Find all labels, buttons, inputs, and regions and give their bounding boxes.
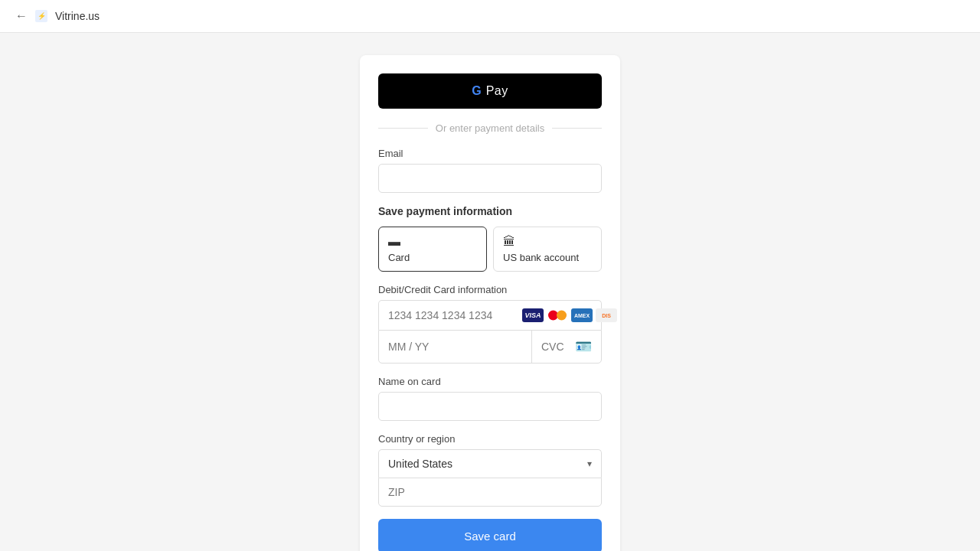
- google-pay-button[interactable]: G Pay: [378, 73, 602, 109]
- back-icon[interactable]: ←: [15, 9, 28, 23]
- amex-logo: AMEX: [571, 308, 593, 322]
- email-input[interactable]: [378, 164, 602, 193]
- cvc-input[interactable]: [541, 341, 575, 353]
- pay-label: Pay: [486, 84, 508, 98]
- name-on-card-group: Name on card: [378, 376, 602, 433]
- bank-icon: 🏛: [503, 235, 592, 249]
- name-on-card-input[interactable]: [378, 392, 602, 421]
- country-select-wrapper: United States Canada United Kingdom Aust…: [378, 449, 602, 478]
- google-logo: G: [472, 84, 481, 98]
- card-number-input[interactable]: [388, 309, 522, 321]
- visa-logo: VISA: [522, 308, 544, 322]
- cvc-card-icon: 🪪: [575, 338, 592, 355]
- name-on-card-label: Name on card: [378, 376, 602, 387]
- expiry-cvc-row: 🪪: [378, 330, 602, 364]
- bank-tab-label: US bank account: [503, 252, 592, 263]
- or-divider: Or enter payment details: [378, 122, 602, 134]
- card-logos: VISA AMEX DIS: [522, 308, 617, 322]
- payment-method-tabs: ▬ Card 🏛 US bank account: [378, 227, 602, 272]
- card-icon: ▬: [388, 235, 477, 249]
- card-tab[interactable]: ▬ Card: [378, 227, 487, 272]
- save-payment-title: Save payment information: [378, 205, 602, 217]
- card-number-field: VISA AMEX DIS: [378, 300, 602, 330]
- mastercard-logo: [547, 308, 568, 322]
- email-field-group: Email: [378, 148, 602, 205]
- divider-text: Or enter payment details: [436, 122, 544, 134]
- cvc-field-wrapper: 🪪: [532, 331, 601, 363]
- zip-input[interactable]: [378, 478, 602, 507]
- card-tab-label: Card: [388, 252, 477, 263]
- bank-tab[interactable]: 🏛 US bank account: [493, 227, 602, 272]
- country-select[interactable]: United States Canada United Kingdom Aust…: [379, 450, 601, 478]
- country-label: Country or region: [378, 433, 602, 445]
- card-info-label: Debit/Credit Card information: [378, 284, 602, 295]
- email-label: Email: [378, 148, 602, 159]
- country-group: Country or region United States Canada U…: [378, 433, 602, 519]
- save-card-button[interactable]: Save card: [378, 519, 602, 551]
- card-info-group: Debit/Credit Card information VISA AMEX …: [378, 284, 602, 364]
- favicon: ⚡: [35, 10, 47, 22]
- discover-logo: DIS: [596, 308, 617, 322]
- browser-url: Vitrine.us: [55, 10, 100, 22]
- expiry-input[interactable]: [379, 331, 532, 363]
